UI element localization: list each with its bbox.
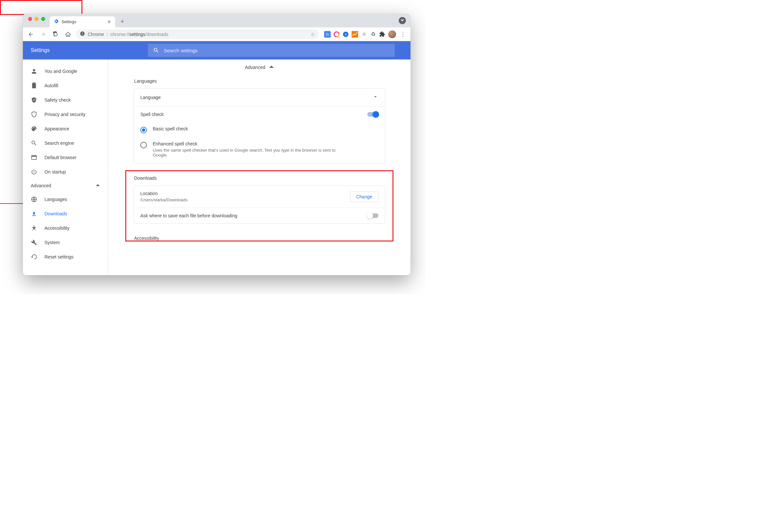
section-accessibility: Accessibility <box>133 232 385 245</box>
sidebar-item-accessibility[interactable]: Accessibility <box>23 221 108 235</box>
section-heading: Downloads <box>133 172 385 185</box>
sidebar-item-on-startup[interactable]: On startup <box>23 165 108 179</box>
row-label: Ask where to save each file before downl… <box>140 213 238 218</box>
location-path: /Users/starka/Downloads <box>140 197 188 202</box>
omnibox-separator: | <box>107 32 108 37</box>
svg-text:a: a <box>345 32 347 36</box>
sidebar-item-label: Languages <box>44 197 67 202</box>
tab-search-button[interactable] <box>399 17 406 24</box>
address-bar[interactable]: Chrome | chrome://settings/downloads ☆ <box>76 29 319 39</box>
browser-toolbar: Chrome | chrome://settings/downloads ☆ G… <box>23 27 410 41</box>
sidebar-item-you-and-google[interactable]: You and Google <box>23 64 108 78</box>
back-button[interactable] <box>26 30 35 39</box>
sidebar-item-reset[interactable]: Reset settings <box>23 250 108 264</box>
sidebar-item-downloads[interactable]: Downloads <box>23 207 108 221</box>
bookmark-star-icon[interactable]: ☆ <box>311 32 315 37</box>
omnibox-url: chrome://settings/downloads <box>110 32 168 37</box>
restore-icon <box>31 254 37 260</box>
sidebar-item-appearance[interactable]: Appearance <box>23 122 108 136</box>
minimize-window-button[interactable] <box>35 17 39 21</box>
download-location-row: Location /Users/starka/Downloads Change <box>134 186 385 208</box>
extension-icon-bug[interactable]: ✳ <box>361 31 367 38</box>
browser-icon <box>31 154 37 161</box>
ask-before-download-toggle[interactable] <box>367 213 378 218</box>
svg-point-13 <box>33 225 34 226</box>
browser-tab[interactable]: Settings ✕ <box>50 16 115 27</box>
extension-icon-translate[interactable]: G <box>324 31 331 38</box>
extension-icon-recycle[interactable]: ♻ <box>370 31 376 38</box>
ask-before-downloading-row: Ask where to save each file before downl… <box>134 208 385 224</box>
close-window-button[interactable] <box>28 17 32 21</box>
basic-spellcheck-radio-row[interactable]: Basic spell check <box>134 122 385 137</box>
search-icon <box>153 47 159 54</box>
annotation-highlight-sidebar-downloads <box>0 0 82 15</box>
extensions-puzzle-icon[interactable] <box>379 31 386 38</box>
radio-label: Basic spell check <box>153 126 188 131</box>
svg-point-1 <box>82 32 83 33</box>
extension-icon-swirl[interactable] <box>333 31 340 38</box>
magnify-icon <box>31 140 37 146</box>
chevron-down-icon <box>373 94 378 101</box>
section-downloads: Downloads Location /Users/starka/Downloa… <box>133 172 385 224</box>
sidebar-item-languages[interactable]: Languages <box>23 192 108 207</box>
sidebar-advanced-label: Advanced <box>31 183 51 188</box>
omnibox-chip: Chrome <box>88 32 104 37</box>
globe-icon <box>31 196 37 203</box>
site-info-icon[interactable] <box>80 31 85 37</box>
enhanced-spellcheck-radio-row[interactable]: Enhanced spell check Uses the same spell… <box>134 137 385 163</box>
power-icon <box>31 169 37 175</box>
close-tab-icon[interactable]: ✕ <box>107 19 111 25</box>
radio-label: Enhanced spell check <box>153 141 336 146</box>
chevron-up-icon <box>96 183 100 188</box>
sidebar-item-default-browser[interactable]: Default browser <box>23 150 108 165</box>
palette-icon <box>31 125 37 132</box>
page-title: Settings <box>29 47 50 53</box>
sidebar-item-search-engine[interactable]: Search engine <box>23 136 108 150</box>
spellcheck-row: Spell check <box>134 106 385 122</box>
download-icon <box>31 210 37 217</box>
zoom-window-button[interactable] <box>41 17 45 21</box>
kebab-menu-icon[interactable]: ⋮ <box>399 31 407 38</box>
settings-main: Advanced Languages Language Spell check <box>108 59 410 275</box>
extension-icon-a[interactable]: a <box>342 31 349 38</box>
sidebar-item-label: Default browser <box>44 155 76 160</box>
reload-button[interactable] <box>51 30 60 39</box>
settings-sidebar: You and Google Autofill Safety check Pri… <box>23 59 108 275</box>
sidebar-item-label: Downloads <box>44 211 67 216</box>
search-settings-box[interactable] <box>148 44 395 57</box>
search-input[interactable] <box>164 48 390 53</box>
home-button[interactable] <box>63 30 73 39</box>
main-advanced-header[interactable]: Advanced <box>108 59 410 75</box>
window-controls <box>26 17 48 24</box>
radio-description: Uses the same spell checker that's used … <box>153 148 336 158</box>
extension-icon-chart[interactable] <box>352 31 358 38</box>
wrench-icon <box>31 239 37 246</box>
svg-text:G: G <box>326 32 329 36</box>
chevron-up-icon <box>269 65 274 70</box>
shield-check-icon <box>31 97 37 103</box>
sidebar-item-privacy[interactable]: Privacy and security <box>23 107 108 122</box>
radio-button[interactable] <box>140 127 147 133</box>
forward-button[interactable] <box>39 30 48 39</box>
sidebar-item-system[interactable]: System <box>23 235 108 250</box>
spellcheck-toggle[interactable] <box>367 112 378 117</box>
language-row[interactable]: Language <box>134 89 385 106</box>
sidebar-item-label: Reset settings <box>44 254 74 259</box>
advanced-header-label: Advanced <box>245 65 265 70</box>
settings-content: You and Google Autofill Safety check Pri… <box>23 59 410 275</box>
profile-avatar[interactable] <box>388 30 396 38</box>
sidebar-item-safety-check[interactable]: Safety check <box>23 93 108 107</box>
section-heading: Accessibility <box>133 232 385 245</box>
radio-button[interactable] <box>140 142 147 148</box>
svg-rect-11 <box>32 156 37 157</box>
section-languages: Languages Language Spell check Basic spe… <box>133 75 385 164</box>
tab-title: Settings <box>61 20 105 24</box>
new-tab-button[interactable]: + <box>118 17 127 26</box>
sidebar-item-autofill[interactable]: Autofill <box>23 78 108 93</box>
row-label: Language <box>140 95 160 100</box>
sidebar-item-label: Search engine <box>44 141 74 146</box>
extensions-row: G a ✳ ♻ ⋮ <box>322 30 407 38</box>
sidebar-advanced-toggle[interactable]: Advanced <box>23 179 108 192</box>
change-location-button[interactable]: Change <box>350 191 378 202</box>
settings-header: Settings <box>23 41 410 59</box>
